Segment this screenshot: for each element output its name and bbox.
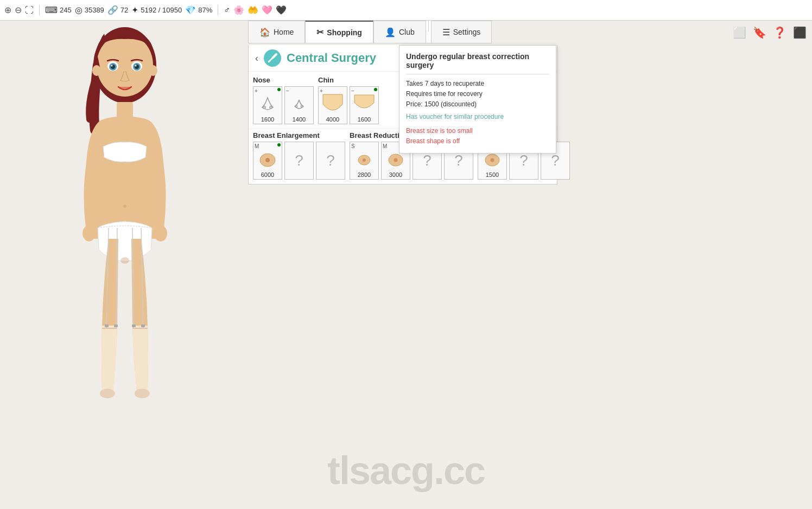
star-icon: ✦ — [131, 5, 138, 15]
chin-minus-price: 1600 — [358, 116, 371, 123]
svg-point-4 — [295, 105, 297, 107]
svg-point-11 — [394, 158, 398, 162]
panel-logo — [264, 49, 281, 67]
link-value: 72 — [120, 6, 128, 14]
diamond-icon: 💎 — [185, 5, 196, 15]
svg-point-2 — [263, 106, 266, 109]
be-m-dot — [277, 143, 281, 147]
heart-icon-2: 🖤 — [276, 5, 287, 15]
breast-enlargement-items: M 6000 ? ? — [253, 142, 345, 180]
svg-point-5 — [301, 105, 303, 107]
svg-point-18 — [100, 389, 115, 398]
svg-point-38 — [135, 65, 137, 67]
tooltip-panel: Undergo regular breast correction surger… — [399, 45, 556, 154]
be-q1-item[interactable]: ? — [284, 142, 314, 180]
screen-icon[interactable]: ⬜ — [733, 26, 746, 39]
tab-settings[interactable]: ☰ Settings — [431, 21, 492, 43]
svg-point-7 — [265, 158, 270, 162]
scalpel-icon — [267, 52, 278, 64]
tab-shopping[interactable]: ✂ Shopping — [305, 21, 373, 43]
chin-plus-img — [321, 92, 345, 116]
tooltip-warning-2: Breast shape is off — [406, 136, 549, 147]
tab-home[interactable]: 🏠 Home — [248, 21, 305, 43]
gender-icon: ♂️ — [224, 5, 230, 15]
br-s-item[interactable]: S 2800 — [350, 142, 379, 180]
be-m-img — [256, 148, 280, 171]
tooltip-line-1: Takes 7 days to recuperate — [406, 79, 549, 89]
nose-label: Nose — [253, 76, 314, 84]
character-area — [33, 22, 228, 488]
energy-icon: ◎ — [75, 5, 83, 15]
nose-items: + 1600 − — [253, 86, 314, 124]
chin-label: Chin — [318, 76, 379, 84]
svg-line-1 — [273, 54, 276, 58]
tab-club-label: Club — [399, 28, 415, 36]
home-icon: 🏠 — [259, 27, 270, 37]
chin-plus-item[interactable]: + 4000 — [318, 86, 347, 124]
chin-plus-price: 4000 — [326, 116, 339, 123]
panel-title: Central Surgery — [287, 51, 376, 65]
chin-minus-prefix: − — [351, 88, 354, 94]
face-icon-2: 🤲 — [248, 5, 258, 15]
nose-minus-prefix: − — [286, 88, 289, 94]
tab-shopping-label: Shopping — [327, 28, 362, 37]
energy-stat: ◎ 35389 — [75, 5, 104, 15]
svg-point-9 — [363, 158, 366, 162]
svg-rect-27 — [114, 325, 118, 327]
nose-plus-dot — [277, 88, 281, 91]
svg-point-42 — [120, 257, 129, 264]
star-value: 5192 / 10950 — [141, 6, 182, 14]
nose-plus-img — [256, 92, 280, 116]
nose-section: Nose + 1600 − — [253, 76, 314, 124]
br-s-img — [352, 148, 376, 171]
topbar: ⊕ ⊖ ⛶ ⌨ 245 ◎ 35389 🔗 72 ✦ 5192 / 10950 … — [0, 0, 812, 21]
be-m-size: M — [255, 143, 259, 149]
tooltip-line-2: Requires time for recovery — [406, 89, 549, 99]
tab-home-label: Home — [274, 28, 294, 36]
svg-point-19 — [135, 389, 150, 398]
chin-minus-shape — [352, 94, 376, 114]
diamond-value: 87% — [198, 6, 212, 14]
nav-divider — [428, 21, 429, 31]
chin-items: + 4000 − — [318, 86, 379, 124]
svg-point-39 — [92, 65, 101, 76]
svg-rect-28 — [132, 325, 136, 327]
divider2 — [218, 5, 218, 16]
nose-minus-item[interactable]: − 1400 — [284, 86, 314, 124]
br-m-price: 3000 — [389, 171, 402, 178]
nose-plus-price: 1600 — [261, 116, 274, 123]
tooltip-title: Undergo regular breast correction surger… — [406, 52, 549, 74]
bc-m-price: 1500 — [486, 171, 499, 178]
nose-minus-price: 1400 — [293, 116, 306, 123]
fullscreen-icon[interactable]: ⛶ — [25, 5, 34, 15]
club-icon: 👤 — [385, 27, 396, 37]
back-button[interactable]: ‹ — [255, 53, 258, 64]
tooltip-warning-1: Breast size is too small — [406, 126, 549, 136]
chin-minus-item[interactable]: − 1600 — [350, 86, 379, 124]
br-s-shape — [356, 152, 373, 167]
tab-club[interactable]: 👤 Club — [373, 21, 426, 43]
watermark: tlsacg.cc — [327, 448, 485, 493]
face-icon-1: 🌸 — [233, 5, 244, 15]
bookmark-icon[interactable]: 🔖 — [753, 26, 766, 39]
link-icon: 🔗 — [107, 5, 118, 15]
keyboard-stat: ⌨ 245 — [45, 5, 72, 15]
chin-minus-img — [352, 92, 376, 116]
help-icon[interactable]: ❓ — [773, 26, 786, 39]
be-m-item[interactable]: M 6000 — [253, 142, 282, 180]
br-m-size: M — [383, 143, 387, 149]
link-stat: 🔗 72 — [107, 5, 128, 15]
tooltip-voucher-link[interactable]: Has voucher for similar procedure — [406, 113, 504, 120]
br-s-size: S — [351, 143, 355, 149]
keyboard-value: 245 — [60, 6, 72, 14]
breast-enlargement-label: Breast Enlargement — [253, 131, 345, 139]
character-figure — [54, 22, 195, 434]
nose-plus-item[interactable]: + 1600 — [253, 86, 282, 124]
be-q2-item[interactable]: ? — [316, 142, 345, 180]
zoom-in-icon[interactable]: ⊕ — [4, 5, 11, 15]
logout-icon[interactable]: ⬛ — [793, 26, 807, 39]
nose-plus-shape — [258, 94, 277, 114]
tab-settings-label: Settings — [453, 28, 481, 36]
zoom-out-icon[interactable]: ⊖ — [15, 5, 22, 15]
energy-value: 35389 — [85, 6, 104, 14]
